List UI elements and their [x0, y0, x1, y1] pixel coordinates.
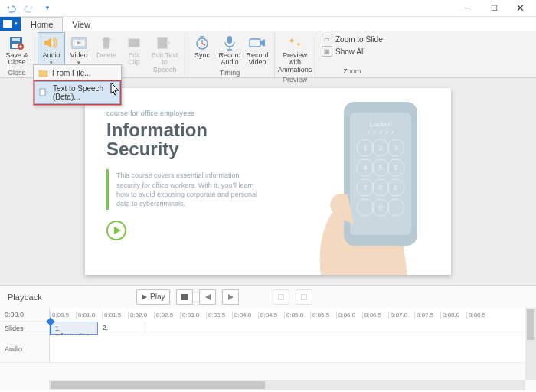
record-audio-button[interactable]: Record Audio — [216, 32, 243, 69]
slide-title: InformationSecurity — [106, 120, 269, 158]
slide-stage: course for office employees InformationS… — [0, 78, 536, 285]
folder-icon — [38, 67, 48, 78]
slides-track-label: Slides — [0, 322, 49, 335]
svg-rect-6 — [72, 46, 86, 48]
timeline: 0:00.0 0:00.50:01.00:01.50:02.00:02.50:0… — [0, 308, 536, 390]
file-menu-button[interactable]: ▾ — [0, 17, 21, 31]
svg-text:Locked: Locked — [369, 120, 391, 128]
redo-button[interactable] — [21, 2, 37, 15]
svg-point-42 — [392, 132, 394, 134]
svg-rect-12 — [40, 89, 45, 96]
stopwatch-icon — [193, 34, 211, 51]
from-file-item[interactable]: From File... — [34, 65, 121, 80]
save-icon — [8, 34, 26, 51]
record-video-button[interactable]: Record Video — [243, 32, 271, 69]
slide-segment-1[interactable]: 1. Information Security — [50, 322, 98, 335]
minimize-button[interactable]: ─ — [455, 0, 481, 17]
svg-text:4: 4 — [363, 164, 367, 172]
prev-button[interactable] — [199, 289, 216, 305]
playback-bar: Playback Play — [0, 285, 536, 308]
svg-text:3: 3 — [394, 144, 397, 152]
play-icon — [106, 220, 126, 240]
qat-dropdown[interactable]: ▼ — [40, 2, 55, 15]
timeline-ruler[interactable]: 0:00.50:01.00:01.50:02.00:02.50:03.00:03… — [49, 308, 536, 322]
preview-button[interactable]: Preview with Animations — [278, 32, 312, 76]
next-button[interactable] — [222, 289, 239, 305]
svg-point-38 — [368, 132, 370, 134]
phone-illustration: Locked 1 2 3 4 5 6 7 8 9 0 — [267, 88, 451, 275]
time-readout: 0:00.0 — [0, 308, 49, 321]
show-all-icon: ▦ — [322, 46, 332, 57]
svg-text:2: 2 — [378, 144, 382, 152]
edit-clip-button[interactable]: Edit Clip — [120, 32, 148, 76]
stop-button[interactable] — [176, 289, 193, 305]
playhead[interactable] — [50, 322, 51, 335]
svg-text:1: 1 — [363, 144, 367, 152]
edit-tts-button[interactable]: Edit Text to Speech — [148, 32, 181, 76]
show-all-button[interactable]: ▦Show All — [322, 46, 383, 57]
play-button[interactable]: Play — [136, 289, 170, 305]
window-close-button[interactable]: ✕ — [507, 0, 533, 17]
slide-body: This course covers essential information… — [106, 169, 260, 210]
tts-icon — [39, 87, 49, 98]
zoom-slide-icon: ▭ — [322, 34, 332, 44]
edit-clip-icon — [125, 34, 143, 51]
timeline-v-scrollbar[interactable] — [525, 308, 536, 380]
svg-rect-7 — [129, 39, 139, 47]
slide-preview[interactable]: course for office employees InformationS… — [85, 88, 451, 275]
svg-rect-5 — [72, 38, 86, 40]
svg-point-41 — [386, 132, 388, 134]
svg-text:8: 8 — [378, 184, 382, 191]
slides-track[interactable]: 1. Information Security 2. — [49, 322, 536, 335]
audio-track[interactable] — [49, 335, 536, 362]
extra-button-1[interactable] — [273, 289, 289, 305]
extra-button-2[interactable] — [296, 289, 312, 305]
svg-text:7: 7 — [363, 184, 367, 191]
speaker-icon — [42, 34, 60, 51]
text-speech-icon — [155, 34, 174, 51]
svg-text:0: 0 — [378, 204, 382, 211]
tab-view[interactable]: View — [63, 17, 100, 31]
sync-button[interactable]: Sync — [188, 32, 216, 69]
sparkle-icon — [286, 34, 304, 51]
save-close-button[interactable]: Save & Close — [3, 32, 31, 69]
tab-home[interactable]: Home — [21, 17, 63, 31]
maximize-button[interactable]: ☐ — [481, 0, 507, 17]
svg-point-40 — [380, 132, 382, 134]
cursor-icon — [109, 81, 124, 101]
ribbon-tabs: ▾ Home View — [0, 17, 536, 31]
text-to-speech-item[interactable]: Text to Speech (Beta)... — [34, 81, 120, 104]
svg-rect-11 — [250, 39, 260, 47]
svg-rect-10 — [227, 36, 232, 44]
title-bar: ▼ ─ ☐ ✕ — [0, 0, 536, 17]
svg-text:9: 9 — [394, 184, 397, 191]
svg-text:5: 5 — [378, 164, 382, 172]
playback-label: Playback — [8, 292, 130, 302]
camera-icon — [248, 34, 266, 51]
film-icon — [70, 34, 88, 51]
slide-segment-2[interactable]: 2. — [98, 322, 145, 335]
microphone-icon — [221, 34, 239, 51]
slide-eyebrow: course for office employees — [106, 109, 269, 117]
timeline-h-scrollbar[interactable] — [49, 380, 525, 390]
undo-button[interactable] — [3, 2, 18, 15]
svg-text:6: 6 — [394, 164, 397, 172]
audio-track-label: Audio — [0, 335, 49, 362]
zoom-to-slide-button[interactable]: ▭Zoom to Slide — [322, 34, 383, 44]
svg-point-39 — [374, 132, 376, 134]
trash-icon — [97, 34, 116, 51]
svg-rect-1 — [12, 38, 20, 41]
